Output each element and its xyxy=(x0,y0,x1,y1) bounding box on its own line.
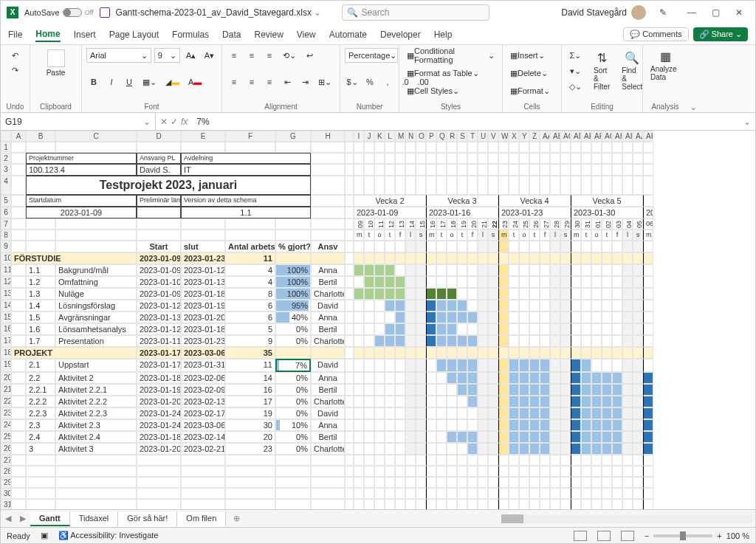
comma-button[interactable]: , xyxy=(380,75,395,89)
find-select-button[interactable]: 🔍Find & Select xyxy=(619,49,645,92)
ribbon-mode-icon[interactable]: ✎ xyxy=(659,7,667,18)
bold-button[interactable]: B xyxy=(86,75,101,89)
merge-button[interactable]: ⊞⌄ xyxy=(315,75,334,89)
col-header[interactable]: K xyxy=(374,131,385,142)
row-header[interactable]: 24 xyxy=(1,419,11,431)
enter-formula-button[interactable]: ✓ xyxy=(171,117,178,127)
normal-view-button[interactable] xyxy=(574,531,587,541)
cancel-formula-button[interactable]: ✕ xyxy=(160,117,168,127)
col-header[interactable]: F xyxy=(225,131,275,142)
zoom-level[interactable]: 100 % xyxy=(726,531,749,540)
indent-left-button[interactable]: ⇤ xyxy=(280,75,295,89)
horizontal-scrollbar[interactable] xyxy=(501,514,752,523)
underline-button[interactable]: U xyxy=(122,75,137,89)
row-header[interactable]: 11 xyxy=(1,264,11,276)
tab-review[interactable]: Review xyxy=(254,28,283,41)
fx-button[interactable]: fx xyxy=(181,117,188,127)
row-header[interactable]: 23 xyxy=(1,407,11,419)
user-account[interactable]: David Stavegård xyxy=(561,5,646,20)
row-header[interactable]: 27 xyxy=(1,455,11,466)
row-header[interactable]: 12 xyxy=(1,276,11,288)
col-header[interactable]: N xyxy=(405,131,416,142)
insert-cells-button[interactable]: ▦ Insert ⌄ xyxy=(507,48,557,63)
currency-button[interactable]: $⌄ xyxy=(345,75,360,89)
col-header[interactable]: A xyxy=(11,131,26,142)
col-header[interactable]: Z xyxy=(529,131,540,142)
row-header[interactable]: 25 xyxy=(1,431,11,443)
row-header[interactable]: 26 xyxy=(1,443,11,455)
tab-insert[interactable]: Insert xyxy=(74,28,96,41)
name-box[interactable]: G19⌄ xyxy=(1,113,156,130)
percent-button[interactable]: % xyxy=(362,75,377,89)
row-header[interactable]: 18 xyxy=(1,347,11,359)
col-header[interactable]: H xyxy=(311,131,345,142)
row-header[interactable]: 17 xyxy=(1,335,11,347)
row-header[interactable]: 8 xyxy=(1,230,11,241)
row-header[interactable]: 10 xyxy=(1,252,11,264)
align-right-button[interactable]: ≡ xyxy=(262,75,277,89)
col-header[interactable]: G xyxy=(275,131,311,142)
row-header[interactable]: 31 xyxy=(1,499,11,509)
save-icon[interactable] xyxy=(100,7,110,18)
tab-formulas[interactable]: Formulas xyxy=(172,28,209,41)
tab-page-layout[interactable]: Page Layout xyxy=(109,28,159,41)
col-header[interactable]: I xyxy=(354,131,364,142)
undo-button[interactable]: ↶ xyxy=(5,48,25,63)
autosave-toggle[interactable]: AutoSave Off xyxy=(24,8,94,17)
col-header[interactable]: AH xyxy=(612,131,622,142)
format-as-table-button[interactable]: ▦ Format as Table ⌄ xyxy=(404,66,498,80)
italic-button[interactable]: I xyxy=(104,75,119,89)
row-header[interactable]: 28 xyxy=(1,466,11,477)
row-header[interactable]: 15 xyxy=(1,311,11,323)
tab-home[interactable]: Home xyxy=(35,27,60,42)
row-header[interactable]: 29 xyxy=(1,477,11,488)
sort-filter-button[interactable]: ⇅Sort & Filter xyxy=(591,49,613,92)
expand-formula-button[interactable]: ⌄ xyxy=(739,117,755,127)
align-middle-button[interactable]: ≡ xyxy=(244,48,259,63)
zoom-out-button[interactable]: − xyxy=(645,531,649,540)
col-header[interactable]: E xyxy=(181,131,225,142)
col-header[interactable]: AE xyxy=(581,131,591,142)
indent-right-button[interactable]: ⇥ xyxy=(298,75,312,89)
sheet-tab-gantt[interactable]: Gantt xyxy=(30,512,70,526)
align-top-button[interactable]: ≡ xyxy=(227,48,241,63)
fill-button[interactable]: ▾⌄ xyxy=(566,63,585,78)
comments-button[interactable]: 💬 Comments xyxy=(623,27,688,41)
tab-automate[interactable]: Automate xyxy=(329,28,367,41)
col-header[interactable]: AI xyxy=(622,131,633,142)
tab-file[interactable]: File xyxy=(8,28,22,41)
wrap-text-button[interactable]: ↩ xyxy=(302,48,317,63)
row-header[interactable]: 16 xyxy=(1,323,11,335)
row-header[interactable]: 19 xyxy=(1,359,11,372)
collapse-ribbon-button[interactable]: ⌄ xyxy=(687,45,699,112)
macro-record-icon[interactable]: ▣ xyxy=(41,531,48,540)
col-header[interactable]: AJ xyxy=(633,131,643,142)
row-header[interactable]: 30 xyxy=(1,488,11,499)
row-header[interactable]: 14 xyxy=(1,300,11,311)
search-input[interactable]: 🔍 Search xyxy=(342,4,489,21)
row-header[interactable]: 1 xyxy=(1,142,11,153)
col-header[interactable]: Q xyxy=(436,131,447,142)
paste-button[interactable]: Paste xyxy=(35,48,77,78)
close-button[interactable]: ✕ xyxy=(729,4,749,21)
minimize-button[interactable]: — xyxy=(681,4,702,21)
delete-cells-button[interactable]: ▦ Delete ⌄ xyxy=(507,66,557,80)
zoom-slider[interactable] xyxy=(653,534,712,537)
row-header[interactable]: 3 xyxy=(1,164,11,176)
col-header[interactable]: AC xyxy=(560,131,571,142)
cell-styles-button[interactable]: ▦ Cell Styles ⌄ xyxy=(404,83,498,98)
sheet-tab-tidsaxel[interactable]: Tidsaxel xyxy=(70,512,119,526)
col-header[interactable]: V xyxy=(488,131,498,142)
border-button[interactable]: ▦⌄ xyxy=(140,75,159,89)
accessibility-status[interactable]: ♿ Accessibility: Investigate xyxy=(58,531,159,540)
col-header[interactable]: U xyxy=(478,131,488,142)
row-header[interactable]: 13 xyxy=(1,288,11,300)
col-header[interactable]: B xyxy=(26,131,55,142)
page-break-button[interactable] xyxy=(621,531,634,541)
toggle-icon[interactable] xyxy=(63,8,82,17)
format-cells-button[interactable]: ▦ Format ⌄ xyxy=(507,83,557,98)
col-header[interactable]: AF xyxy=(591,131,602,142)
tab-view[interactable]: View xyxy=(297,28,316,41)
tab-data[interactable]: Data xyxy=(222,28,241,41)
col-header[interactable]: AG xyxy=(602,131,612,142)
